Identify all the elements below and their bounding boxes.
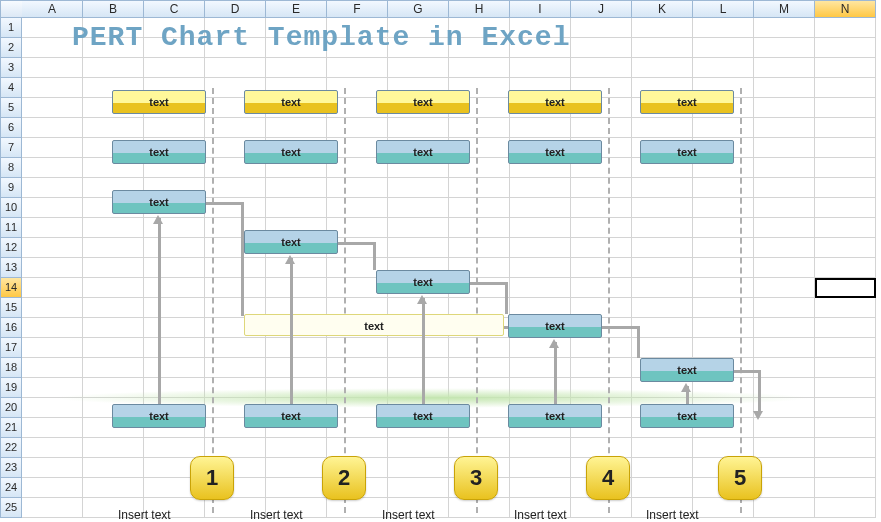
column-headers: ABCDEFGHIJKLMN — [0, 0, 876, 18]
arrowhead-icon — [285, 255, 295, 264]
row-header[interactable]: 7 — [0, 138, 22, 158]
lane-divider — [212, 88, 214, 513]
task-box-blue[interactable]: text — [376, 270, 470, 294]
row-header[interactable]: 20 — [0, 398, 22, 418]
task-box-blue[interactable]: text — [112, 140, 206, 164]
lane-divider — [740, 88, 742, 513]
row-header[interactable]: 25 — [0, 498, 22, 518]
column-header[interactable]: B — [83, 0, 144, 18]
task-box-blue[interactable]: text — [508, 140, 602, 164]
row-header[interactable]: 13 — [0, 258, 22, 278]
row-header[interactable]: 24 — [0, 478, 22, 498]
connector-line — [602, 326, 640, 329]
row-header[interactable]: 16 — [0, 318, 22, 338]
column-header[interactable]: I — [510, 0, 571, 18]
connector-arrow — [554, 342, 557, 404]
task-box-yellow[interactable]: text — [244, 90, 338, 114]
column-header[interactable]: J — [571, 0, 632, 18]
diagram-canvas: PERT Chart Template in Excel text text t… — [22, 18, 842, 518]
lane-divider — [344, 88, 346, 513]
connector-line — [637, 326, 640, 358]
lane-number-badge: 1 — [190, 456, 234, 500]
lane-number-badge: 3 — [454, 456, 498, 500]
connector-line — [338, 242, 376, 245]
row-header[interactable]: 23 — [0, 458, 22, 478]
connector-line — [241, 202, 244, 316]
connector-line — [373, 242, 376, 270]
lane-divider — [608, 88, 610, 513]
lane-number-badge: 2 — [322, 456, 366, 500]
arrowhead-icon — [417, 295, 427, 304]
column-header[interactable]: F — [327, 0, 388, 18]
row-header[interactable]: 18 — [0, 358, 22, 378]
row-headers: 1234567891011121314151617181920212223242… — [0, 18, 22, 518]
arrowhead-icon — [153, 215, 163, 224]
lane-caption[interactable]: Insert text — [514, 508, 567, 522]
column-header[interactable]: M — [754, 0, 815, 18]
annotation-box[interactable]: text — [244, 314, 504, 336]
lane-caption[interactable]: Insert text — [250, 508, 303, 522]
task-box-blue[interactable]: text — [112, 404, 206, 428]
task-box-blue[interactable]: text — [640, 358, 734, 382]
row-header[interactable]: 2 — [0, 38, 22, 58]
column-header[interactable]: N — [815, 0, 876, 18]
row-header[interactable]: 11 — [0, 218, 22, 238]
task-box-blue[interactable]: text — [508, 314, 602, 338]
connector-arrow — [158, 218, 161, 404]
row-header[interactable]: 14 — [0, 278, 22, 298]
task-box-yellow[interactable]: text — [112, 90, 206, 114]
connector-line — [505, 282, 508, 314]
column-header[interactable]: D — [205, 0, 266, 18]
task-box-blue[interactable]: text — [376, 404, 470, 428]
column-header[interactable]: A — [22, 0, 83, 18]
task-box-yellow[interactable]: text — [376, 90, 470, 114]
page-title: PERT Chart Template in Excel — [72, 22, 570, 53]
column-header[interactable]: G — [388, 0, 449, 18]
column-header[interactable]: E — [266, 0, 327, 18]
row-header[interactable]: 3 — [0, 58, 22, 78]
task-box-yellow[interactable]: text — [640, 90, 734, 114]
connector-line — [734, 370, 760, 373]
arrowhead-icon — [753, 411, 763, 420]
task-box-blue[interactable]: text — [244, 140, 338, 164]
lane-caption[interactable]: Insert text — [382, 508, 435, 522]
arrowhead-icon — [681, 383, 691, 392]
task-box-blue[interactable]: text — [244, 404, 338, 428]
row-header[interactable]: 22 — [0, 438, 22, 458]
row-header[interactable]: 4 — [0, 78, 22, 98]
select-all-corner[interactable] — [0, 0, 22, 18]
row-header[interactable]: 6 — [0, 118, 22, 138]
column-header[interactable]: C — [144, 0, 205, 18]
task-box-blue[interactable]: text — [640, 140, 734, 164]
column-header[interactable]: K — [632, 0, 693, 18]
lane-number-badge: 5 — [718, 456, 762, 500]
arrowhead-icon — [549, 339, 559, 348]
connector-line — [758, 370, 761, 414]
column-header[interactable]: H — [449, 0, 510, 18]
row-header[interactable]: 1 — [0, 18, 22, 38]
row-header[interactable]: 8 — [0, 158, 22, 178]
row-header[interactable]: 9 — [0, 178, 22, 198]
task-box-yellow[interactable]: text — [508, 90, 602, 114]
row-header[interactable]: 10 — [0, 198, 22, 218]
connector-arrow — [422, 298, 425, 404]
row-header[interactable]: 5 — [0, 98, 22, 118]
connector-line — [470, 282, 508, 285]
task-box-blue[interactable]: text — [112, 190, 206, 214]
lane-divider — [476, 88, 478, 513]
row-header[interactable]: 12 — [0, 238, 22, 258]
task-box-blue[interactable]: text — [508, 404, 602, 428]
row-header[interactable]: 15 — [0, 298, 22, 318]
column-header[interactable]: L — [693, 0, 754, 18]
row-header[interactable]: 17 — [0, 338, 22, 358]
task-box-blue[interactable]: text — [376, 140, 470, 164]
lane-caption[interactable]: Insert text — [118, 508, 171, 522]
connector-line — [504, 326, 508, 329]
row-header[interactable]: 19 — [0, 378, 22, 398]
lane-number-badge: 4 — [586, 456, 630, 500]
connector-arrow — [290, 258, 293, 404]
lane-caption[interactable]: Insert text — [646, 508, 699, 522]
task-box-blue[interactable]: text — [640, 404, 734, 428]
task-box-blue[interactable]: text — [244, 230, 338, 254]
row-header[interactable]: 21 — [0, 418, 22, 438]
